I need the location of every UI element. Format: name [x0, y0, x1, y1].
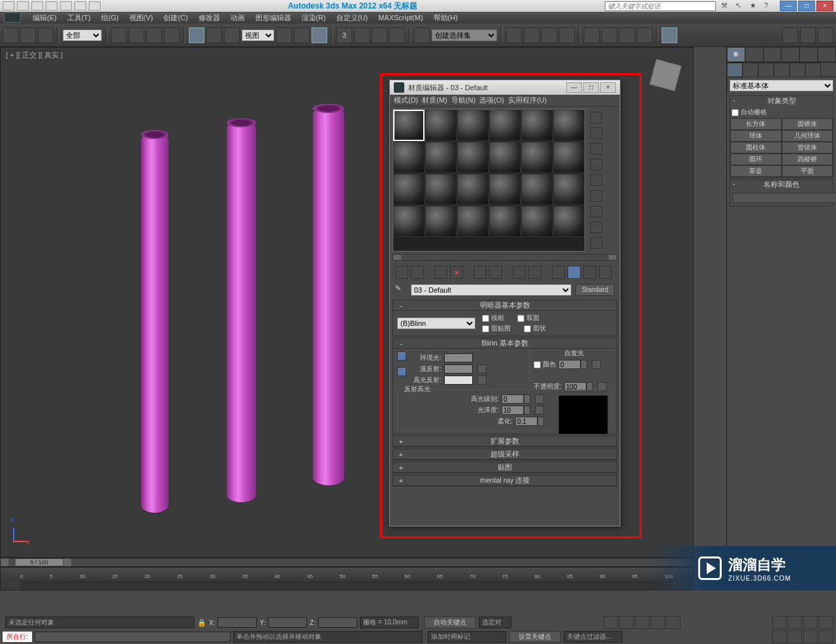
sample-slot[interactable] — [457, 142, 489, 173]
select-rect-icon[interactable] — [146, 27, 162, 43]
reset-icon[interactable]: × — [450, 266, 463, 279]
background-icon[interactable] — [590, 143, 602, 155]
sample-slot[interactable] — [521, 110, 553, 141]
menu-navigation[interactable]: 导航(N) — [451, 95, 475, 105]
box-button[interactable]: 长方体 — [730, 118, 782, 130]
plane-button[interactable]: 平面 — [782, 165, 833, 177]
pivot-icon[interactable] — [276, 27, 292, 43]
sample-slot[interactable] — [457, 110, 489, 141]
material-editor-titlebar[interactable]: 材质编辑器 - 03 - Default — □ × — [390, 80, 620, 95]
backlight-icon[interactable] — [590, 127, 602, 139]
zoom-icon[interactable] — [772, 616, 786, 629]
sample-slot[interactable] — [521, 142, 553, 173]
spec-level-spinner[interactable] — [502, 394, 530, 404]
help-icon[interactable]: ? — [764, 1, 775, 10]
autogrid-checkbox[interactable]: 自动栅格 — [732, 108, 831, 117]
menu-tools[interactable]: 工具(T) — [63, 13, 95, 23]
soften-spinner[interactable] — [515, 417, 544, 426]
geometry-tab-icon[interactable] — [727, 63, 743, 77]
pointer-icon[interactable]: ↖ — [735, 1, 746, 10]
go-parent-icon[interactable] — [583, 266, 596, 279]
material-icon[interactable] — [602, 27, 617, 43]
autokey-button[interactable]: 自动关键点 — [424, 617, 476, 628]
rollout-header[interactable]: -对象类型 — [730, 96, 833, 106]
lock-icon[interactable] — [397, 351, 406, 361]
sphere-button[interactable]: 球体 — [730, 130, 782, 142]
sample-type-icon[interactable] — [590, 112, 602, 123]
spinner-snap-icon[interactable] — [389, 27, 405, 43]
toolbox-icon[interactable]: ⚒ — [721, 1, 732, 10]
qat-btn[interactable] — [89, 1, 101, 10]
scale-icon[interactable] — [224, 27, 240, 43]
manip-icon[interactable] — [294, 27, 310, 43]
menu-modifiers[interactable]: 修改器 — [195, 13, 224, 23]
spacewarps-tab-icon[interactable] — [805, 63, 821, 77]
key-filter-button[interactable]: 关键点过滤器... — [564, 631, 622, 643]
goto-end-icon[interactable] — [666, 616, 681, 629]
geosphere-button[interactable]: 几何球体 — [782, 130, 833, 142]
cylinder-object[interactable] — [227, 121, 256, 502]
faceted-checkbox[interactable]: 面状 — [524, 324, 546, 333]
time-tag[interactable]: 添加时间标记 — [428, 631, 506, 643]
get-material-icon[interactable] — [395, 266, 408, 279]
self-illum-color-checkbox[interactable]: 颜色 — [534, 360, 556, 369]
zoom-all-icon[interactable] — [788, 616, 802, 629]
qat-btn[interactable] — [60, 1, 72, 10]
prev-icon[interactable] — [619, 616, 634, 629]
category-combo[interactable]: 标准基本体 — [730, 80, 833, 91]
sample-slot[interactable] — [489, 142, 521, 173]
menu-mode[interactable]: 模式(D) — [394, 95, 418, 105]
menu-graph[interactable]: 图形编辑器 — [251, 13, 295, 23]
y-input[interactable] — [268, 617, 307, 628]
link-icon[interactable] — [38, 27, 54, 43]
teapot3-icon[interactable] — [818, 27, 833, 43]
lock-icon[interactable] — [397, 367, 406, 376]
expand-icon[interactable]: + — [397, 477, 405, 485]
slot-count-icon[interactable] — [590, 237, 602, 249]
mirror-icon[interactable] — [506, 27, 522, 43]
glossiness-map-button[interactable] — [535, 406, 544, 415]
teapot-button[interactable]: 茶壶 — [730, 165, 782, 177]
rollout-header[interactable]: -名称和颜色 — [730, 180, 833, 190]
selection-filter[interactable]: 全部 — [63, 29, 102, 41]
rotate-icon[interactable] — [206, 27, 222, 43]
sample-slot[interactable] — [521, 206, 553, 237]
object-name-input[interactable] — [733, 193, 836, 203]
diffuse-swatch[interactable] — [444, 364, 473, 374]
menu-options[interactable]: 选项(O) — [479, 95, 504, 105]
percent-snap-icon[interactable] — [372, 27, 387, 43]
cylinder-object[interactable] — [313, 106, 344, 485]
next-frame-icon[interactable] — [63, 558, 71, 566]
cylinder-object[interactable] — [141, 133, 169, 513]
undo-icon[interactable] — [3, 27, 18, 43]
maximize-button[interactable]: □ — [583, 82, 599, 93]
track-area[interactable] — [20, 581, 673, 590]
rollout-header[interactable]: - 明暗器基本参数 — [393, 300, 617, 311]
put-to-scene-icon[interactable] — [411, 266, 424, 279]
menu-views[interactable]: 视图(V) — [125, 13, 157, 23]
shader-combo[interactable]: (B)Blinn — [397, 317, 475, 329]
tube-button[interactable]: 管状体 — [782, 142, 833, 153]
minimize-button[interactable]: — — [566, 82, 582, 93]
sample-slot[interactable] — [457, 206, 489, 237]
sample-scrollbar[interactable] — [393, 254, 617, 261]
material-type-button[interactable]: Standard — [575, 284, 615, 296]
script-input[interactable] — [35, 632, 231, 642]
sample-slot[interactable] — [489, 174, 521, 205]
menu-help[interactable]: 帮助(H) — [430, 13, 462, 23]
menu-group[interactable]: 组(G) — [97, 13, 123, 23]
teapot-icon[interactable] — [782, 27, 798, 43]
sample-slot[interactable] — [457, 174, 489, 205]
viewport-label[interactable]: [ + ][ 正交 ][ 真实 ] — [6, 50, 63, 60]
maximize-button[interactable]: □ — [798, 1, 815, 11]
rollout-header[interactable]: + mental ray 连接 — [393, 475, 617, 486]
ednamed-icon[interactable] — [414, 27, 430, 43]
shapes-tab-icon[interactable] — [743, 63, 758, 77]
sample-slot[interactable] — [393, 110, 425, 141]
ref-coord-system[interactable]: 视图 — [242, 29, 274, 41]
sample-slot[interactable] — [425, 174, 457, 205]
layers-icon[interactable] — [541, 27, 557, 43]
time-slider-handle[interactable]: 0 / 100 — [15, 558, 63, 566]
ambient-swatch[interactable] — [444, 353, 473, 362]
hierarchy-tab-icon[interactable] — [764, 47, 782, 62]
